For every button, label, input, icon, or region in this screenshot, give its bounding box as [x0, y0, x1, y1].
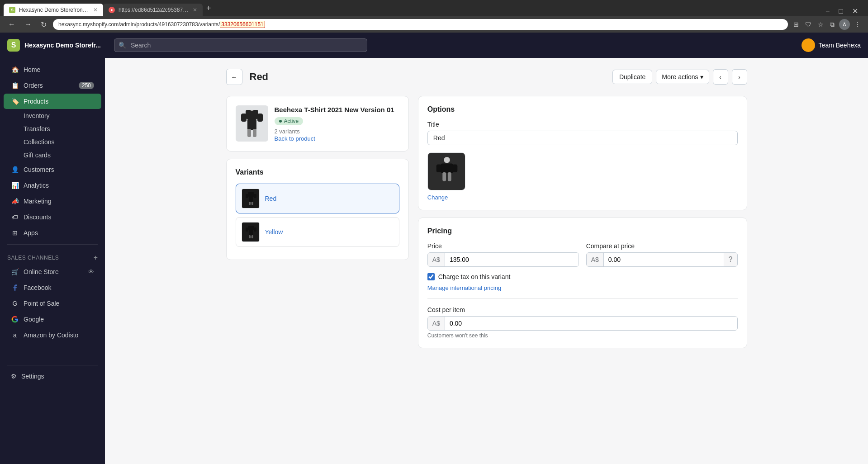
svg-rect-4 [241, 114, 247, 122]
new-tab-button[interactable]: + [203, 4, 215, 13]
pos-icon: G [11, 299, 19, 308]
topbar: S Hexasync Demo Storefr... 🔍 Team Beehex… [0, 33, 868, 58]
sidebar-item-facebook[interactable]: Facebook [4, 280, 101, 295]
sidebar-label-analytics: Analytics [24, 182, 94, 189]
inventory-label: Inventory [24, 112, 50, 119]
cost-input-wrap: A$ [427, 316, 738, 331]
tax-checkbox[interactable] [427, 273, 435, 280]
sidebar-item-analytics[interactable]: 📊 Analytics [4, 178, 101, 193]
cost-note: Customers won't see this [427, 332, 738, 339]
sidebar-item-point-of-sale[interactable]: G Point of Sale [4, 296, 101, 311]
sidebar-item-marketing[interactable]: 📣 Marketing [4, 194, 101, 209]
tax-label: Charge tax on this variant [438, 273, 511, 280]
sidebar-item-discounts[interactable]: 🏷 Discounts [4, 209, 101, 225]
price-input[interactable] [445, 253, 579, 266]
back-button[interactable]: ← [226, 69, 242, 85]
pricing-card: Pricing Price A$ Co [418, 218, 747, 348]
browser-shield-btn[interactable]: 🛡 [803, 20, 813, 29]
two-col-layout: Beehexa T-Shirt 2021 New Version 01 Acti… [226, 96, 747, 355]
svg-rect-26 [442, 172, 446, 181]
product-info-card: Beehexa T-Shirt 2021 New Version 01 Acti… [226, 96, 409, 152]
variants-card: Variants [226, 159, 409, 260]
svg-rect-25 [452, 164, 457, 172]
browser-tab-1[interactable]: S Hexasync Demo Storefront ~ Var ✕ [4, 4, 103, 16]
sidebar-item-google[interactable]: Google [4, 312, 101, 327]
refresh-nav[interactable]: ↻ [38, 19, 49, 30]
duplicate-button[interactable]: Duplicate [612, 70, 652, 84]
sidebar-item-home[interactable]: 🏠 Home [4, 62, 101, 77]
sidebar-item-customers[interactable]: 👤 Customers [4, 162, 101, 177]
sidebar-item-orders[interactable]: 📋 Orders 250 [4, 78, 101, 93]
right-column: Options Title [418, 96, 747, 355]
browser-grid-btn[interactable]: ⊞ [792, 20, 801, 29]
store-name: Hexasync Demo Storefr... [24, 42, 101, 49]
topbar-right: Team Beehexa [802, 38, 861, 52]
more-actions-button[interactable]: More actions ▾ [656, 70, 709, 84]
online-store-label: Online Store [24, 268, 83, 275]
browser-tab-2[interactable]: ● https://ed86d512a2c95387ffa25... ✕ [103, 4, 203, 16]
browser-minimize[interactable]: − [823, 6, 832, 16]
pricing-grid: Price A$ Compare at price A$ [427, 242, 738, 267]
browser-ext-btn[interactable]: ⧉ [828, 20, 836, 29]
cost-input[interactable] [445, 317, 737, 330]
variant-yellow-thumb [242, 222, 260, 242]
svg-rect-10 [248, 192, 254, 197]
address-bar[interactable]: hexasync.myshopify.com/admin/products/49… [53, 19, 788, 30]
chevron-right-icon: › [738, 74, 740, 80]
svg-rect-12 [254, 194, 256, 198]
title-input[interactable] [427, 131, 738, 145]
sidebar-item-amazon[interactable]: a Amazon by Codisto [4, 327, 101, 343]
compare-input[interactable] [604, 253, 724, 266]
browser-close[interactable]: ✕ [849, 6, 861, 16]
manage-pricing-link[interactable]: Manage international pricing [427, 284, 501, 291]
tab1-close[interactable]: ✕ [93, 7, 98, 13]
variant-item-yellow[interactable]: Yellow [236, 217, 399, 247]
change-image-link[interactable]: Change [427, 194, 738, 201]
search-icon: 🔍 [119, 42, 126, 49]
next-button[interactable]: › [732, 69, 747, 85]
svg-rect-23 [441, 164, 453, 173]
sidebar-item-settings[interactable]: ⚙ Settings [4, 369, 101, 384]
svg-rect-2 [805, 47, 811, 48]
sidebar-label-discounts: Discounts [24, 213, 94, 221]
team-avatar [802, 38, 815, 52]
analytics-icon: 📊 [11, 181, 19, 189]
browser-profile-btn[interactable]: Â [839, 19, 850, 30]
search-input[interactable] [114, 38, 367, 52]
back-to-product-link[interactable]: Back to product [275, 135, 315, 142]
tab2-close[interactable]: ✕ [193, 7, 197, 13]
sales-channels-section: Sales channels + [0, 248, 105, 264]
compare-help-icon[interactable]: ? [724, 253, 737, 266]
url-highlighted: 33320656601151 [220, 21, 265, 28]
sidebar-sub-collections[interactable]: Collections [4, 136, 101, 148]
url-base: hexasync.myshopify.com/admin/products/49… [58, 21, 220, 28]
cost-currency: A$ [428, 317, 445, 330]
back-nav[interactable]: ← [5, 19, 18, 29]
tab1-title: Hexasync Demo Storefront ~ Var [19, 7, 90, 13]
tab2-title: https://ed86d512a2c95387ffa25... [119, 7, 189, 13]
svg-rect-21 [251, 235, 253, 238]
sales-channels-label: Sales channels [7, 255, 59, 261]
svg-rect-27 [448, 172, 451, 181]
apps-icon: ⊞ [11, 229, 19, 237]
facebook-label: Facebook [24, 284, 94, 291]
sidebar-sub-inventory[interactable]: Inventory [4, 109, 101, 122]
add-sales-channel-btn[interactable]: + [94, 254, 98, 262]
sidebar-sub-giftcards[interactable]: Gift cards [4, 149, 101, 161]
product-info: Beehexa T-Shirt 2021 New Version 01 Acti… [236, 105, 399, 142]
browser-maximize[interactable]: □ [836, 6, 846, 16]
sidebar-sub-transfers[interactable]: Transfers [4, 123, 101, 135]
forward-nav[interactable]: → [22, 19, 34, 29]
compare-label: Compare at price [586, 242, 738, 250]
more-actions-label: More actions [662, 73, 698, 80]
sidebar-item-online-store[interactable]: 🛒 Online Store 👁 [4, 264, 101, 279]
prev-button[interactable]: ‹ [713, 69, 728, 85]
variant-item-red[interactable]: Red [236, 184, 399, 213]
variant-red-thumb [242, 189, 260, 208]
sidebar-item-products[interactable]: 🏷️ Products [4, 94, 101, 109]
sidebar-item-apps[interactable]: ⊞ Apps [4, 225, 101, 241]
browser-star-btn[interactable]: ☆ [816, 20, 825, 29]
online-store-icon: 🛒 [11, 268, 19, 276]
browser-menu-btn[interactable]: ⋮ [853, 20, 863, 29]
sidebar-label-products: Products [24, 98, 94, 105]
